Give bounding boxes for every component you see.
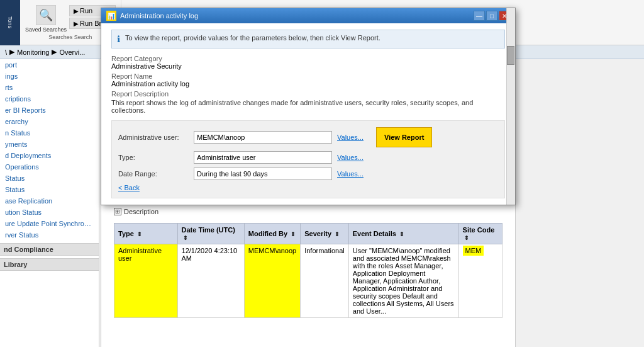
param-link-admin-user[interactable]: Values...	[337, 134, 364, 141]
report-name-label: Report Name	[111, 72, 505, 80]
param-label-date-range: Date Range:	[118, 170, 194, 178]
col-type[interactable]: Type ⇕	[114, 224, 178, 244]
cell-event-details: User "MEMCM\anoop" modified and associat…	[348, 244, 458, 318]
col-severity[interactable]: Severity ⇕	[301, 224, 349, 244]
cell-datetime: 12/1/2020 4:23:10 AM	[177, 244, 244, 318]
table-row: Administrative user 12/1/2020 4:23:10 AM…	[114, 244, 502, 318]
modal-title-icon: 📊	[106, 11, 116, 21]
param-label-type: Type:	[118, 154, 194, 161]
modal-dialog: 📊 Administration activity log — □ ✕ ℹ To…	[101, 8, 516, 205]
toggle-icon: ⊞	[114, 208, 121, 215]
param-row-type: Type: Values...	[118, 151, 498, 164]
cell-site-code: MEM	[458, 244, 502, 318]
modal-title: Administration activity log	[120, 12, 198, 20]
description-toggle[interactable]: ⊞ Description	[114, 208, 502, 215]
report-category-value: Administrative Security	[111, 62, 505, 70]
info-bar: ℹ To view the report, provide values for…	[111, 30, 505, 48]
modal-scrollbar[interactable]	[506, 8, 515, 205]
param-input-admin-user[interactable]	[194, 131, 332, 144]
col-event-details[interactable]: Event Details ⇕	[348, 224, 458, 244]
report-category-label: Report Category	[111, 55, 505, 62]
sort-datetime: ⇕	[183, 235, 188, 241]
modal-scrollbar-thumb	[507, 46, 514, 65]
report-description-text: This report shows the log of administrat…	[111, 99, 505, 114]
sort-modified-by: ⇕	[291, 231, 296, 237]
modal-minimize-button[interactable]: —	[474, 11, 485, 21]
info-icon: ℹ	[117, 34, 120, 44]
col-modified-by[interactable]: Modified By ⇕	[244, 224, 300, 244]
cell-severity: Informational	[301, 244, 349, 318]
modal-maximize-button[interactable]: □	[486, 11, 497, 21]
modal-overlay: 📊 Administration activity log — □ ✕ ℹ To…	[0, 0, 644, 347]
param-row-date-range: Date Range: Values...	[118, 168, 498, 180]
sort-type: ⇕	[137, 231, 142, 237]
back-link[interactable]: < Back	[118, 184, 140, 191]
view-report-button[interactable]: View Report	[376, 127, 432, 147]
sort-site-code: ⇕	[464, 235, 469, 241]
param-label-admin-user: Administrative user:	[118, 134, 194, 141]
sort-event-details: ⇕	[399, 231, 404, 237]
param-link-date-range[interactable]: Values...	[337, 170, 364, 178]
info-text: To view the report, provide values for t…	[125, 34, 380, 42]
param-row-admin-user: Administrative user: Values... View Repo…	[118, 127, 498, 147]
modal-titlebar: 📊 Administration activity log — □ ✕	[101, 8, 515, 23]
report-meta: Report Category Administrative Security …	[111, 55, 505, 114]
report-table: Type ⇕ Date Time (UTC) ⇕ Modified By ⇕	[114, 223, 502, 318]
cell-modified-by: MEMCM\anoop	[244, 244, 300, 318]
report-name-value: Administration activity log	[111, 80, 505, 88]
description-label: Description	[124, 208, 158, 215]
col-site-code[interactable]: Site Code ⇕	[458, 224, 502, 244]
params-section: Administrative user: Values... View Repo…	[111, 120, 505, 198]
param-link-type[interactable]: Values...	[337, 154, 364, 161]
report-description-label: Report Description	[111, 90, 505, 98]
sort-severity: ⇕	[335, 231, 340, 237]
modal-body: ℹ To view the report, provide values for…	[101, 23, 515, 205]
col-datetime[interactable]: Date Time (UTC) ⇕	[177, 224, 244, 244]
cell-type: Administrative user	[114, 244, 178, 318]
param-input-date-range[interactable]	[194, 168, 332, 180]
param-input-type[interactable]	[194, 151, 332, 164]
modal-controls: — □ ✕	[474, 11, 510, 21]
